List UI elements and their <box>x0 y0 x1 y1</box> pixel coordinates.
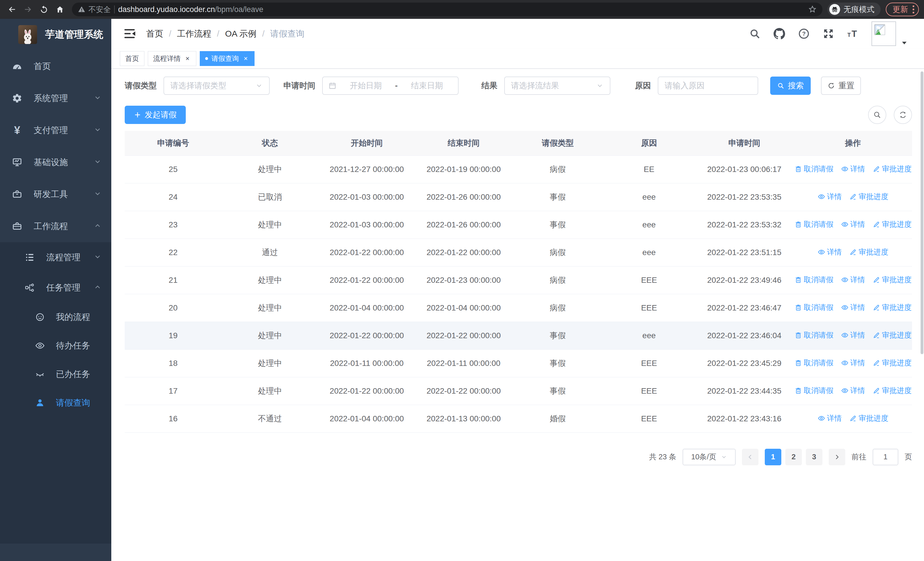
close-icon[interactable]: × <box>184 54 191 63</box>
browser-back-button[interactable] <box>5 3 19 16</box>
cell-actions: 取消请假 详情 审批进度 <box>794 155 912 183</box>
sidebar-item-system[interactable]: 系统管理 <box>0 82 111 114</box>
create-leave-button[interactable]: 发起请假 <box>125 106 186 124</box>
sidebar-item-done-tasks[interactable]: 已办任务 <box>0 360 111 388</box>
apply-time-range-picker[interactable]: 开始日期 - 结束日期 <box>322 77 459 95</box>
approval-progress-link[interactable]: 审批进度 <box>873 358 912 368</box>
cancel-leave-link[interactable]: 取消请假 <box>795 386 834 396</box>
cancel-leave-link[interactable]: 取消请假 <box>795 164 834 174</box>
result-select[interactable]: 请选择流结果 <box>504 77 610 95</box>
cancel-leave-link[interactable]: 取消请假 <box>795 302 834 313</box>
approval-progress-link[interactable]: 审批进度 <box>873 386 912 396</box>
browser-menu-icon[interactable] <box>913 5 914 14</box>
cancel-leave-link[interactable]: 取消请假 <box>795 358 834 368</box>
approval-progress-link[interactable]: 审批进度 <box>849 247 888 257</box>
prev-page-button[interactable] <box>742 449 759 465</box>
sidebar-item-label: 待办任务 <box>56 340 90 352</box>
detail-link[interactable]: 详情 <box>841 302 865 313</box>
detail-link[interactable]: 详情 <box>818 192 842 202</box>
browser-update-button[interactable]: 更新 <box>886 3 919 16</box>
search-icon[interactable] <box>749 28 761 40</box>
cell-actions: 取消请假 详情 审批进度 <box>794 211 912 239</box>
address-bar[interactable]: 不安全 dashboard.yudao.iocoder.cn/bpm/oa/le… <box>72 3 822 16</box>
tag-process-detail[interactable]: 流程详情 × <box>148 51 196 66</box>
tag-home[interactable]: 首页 <box>120 51 144 66</box>
user-avatar[interactable] <box>872 21 908 46</box>
sidebar-item-payment[interactable]: ¥ 支付管理 <box>0 114 111 146</box>
incognito-badge: 无痕模式 <box>828 3 880 16</box>
sidebar-item-process-management[interactable]: 流程管理 <box>0 242 111 272</box>
detail-link[interactable]: 详情 <box>841 358 865 368</box>
approval-progress-link[interactable]: 审批进度 <box>849 413 888 423</box>
cancel-leave-link[interactable]: 取消请假 <box>795 275 834 285</box>
security-chip[interactable]: 不安全 <box>78 5 111 15</box>
browser-home-button[interactable] <box>53 3 67 16</box>
page-button-1[interactable]: 1 <box>765 449 782 465</box>
help-icon[interactable]: ? <box>798 28 810 40</box>
scrollbar[interactable] <box>921 71 923 354</box>
sidebar-item-my-processes[interactable]: 我的流程 <box>0 303 111 331</box>
sidebar-item-leave-query[interactable]: 请假查询 <box>0 388 111 417</box>
cell-id: 16 <box>125 405 222 432</box>
browser-forward-button[interactable] <box>21 3 35 16</box>
approval-progress-link[interactable]: 审批进度 <box>873 164 912 174</box>
cell-status: 处理中 <box>222 294 318 322</box>
page-size-select[interactable]: 10条/页 <box>682 449 736 465</box>
detail-link[interactable]: 详情 <box>818 247 842 257</box>
cancel-leave-link[interactable]: 取消请假 <box>795 220 834 229</box>
breadcrumb-item[interactable]: 首页 <box>146 28 163 40</box>
next-page-button[interactable] <box>829 449 845 465</box>
detail-link[interactable]: 详情 <box>841 220 865 229</box>
detail-link[interactable]: 详情 <box>841 275 865 285</box>
reset-button[interactable]: 重置 <box>821 77 861 95</box>
approval-progress-link[interactable]: 审批进度 <box>873 330 912 340</box>
breadcrumb-item[interactable]: 工作流程 <box>177 28 211 40</box>
home-icon <box>56 5 64 14</box>
sidebar-item-task-management[interactable]: 任务管理 <box>0 272 111 303</box>
cell-id: 25 <box>125 155 222 183</box>
pagination: 共 23 条 10条/页 123 前往 页 <box>125 449 912 465</box>
detail-link[interactable]: 详情 <box>818 413 842 423</box>
page-button-3[interactable]: 3 <box>806 449 822 465</box>
reason-input[interactable]: 请输入原因 <box>658 77 758 95</box>
cancel-leave-link[interactable]: 取消请假 <box>795 330 834 340</box>
breadcrumb-item[interactable]: OA 示例 <box>225 28 256 40</box>
fullscreen-icon[interactable] <box>822 28 834 40</box>
toggle-search-button[interactable] <box>868 106 886 124</box>
sidebar-logo[interactable]: 芋道管理系统 <box>0 19 111 50</box>
search-button[interactable]: 搜索 <box>770 77 811 95</box>
browser-reload-button[interactable] <box>37 3 51 16</box>
detail-link[interactable]: 详情 <box>841 386 865 396</box>
cell-end-time: 2022-01-26 00:00:00 <box>415 183 512 211</box>
sidebar-item-workflow[interactable]: 工作流程 <box>0 210 111 242</box>
github-icon[interactable] <box>773 28 785 40</box>
briefcase-icon <box>11 188 23 200</box>
pen-icon <box>873 387 880 394</box>
cell-start-time: 2022-01-22 00:00:00 <box>318 322 415 349</box>
approval-progress-link[interactable]: 审批进度 <box>873 220 912 229</box>
font-size-icon[interactable]: TT <box>847 28 859 40</box>
close-icon[interactable]: × <box>242 54 249 63</box>
sidebar-collapse-button[interactable] <box>124 28 136 39</box>
column-header: 操作 <box>794 131 912 155</box>
approval-progress-link[interactable]: 审批进度 <box>873 302 912 313</box>
chevron-down-icon <box>94 126 102 135</box>
sidebar-item-todo-tasks[interactable]: 待办任务 <box>0 331 111 360</box>
leave-type-select[interactable]: 请选择请假类型 <box>164 77 270 95</box>
sidebar-item-infrastructure[interactable]: 基础设施 <box>0 146 111 178</box>
cell-apply-time: 2022-01-22 23:46:04 <box>694 322 794 349</box>
cell-reason: eee <box>603 239 694 266</box>
approval-progress-link[interactable]: 审批进度 <box>873 275 912 285</box>
approval-progress-link[interactable]: 审批进度 <box>849 192 888 202</box>
cell-leave-type: 病假 <box>512 155 603 183</box>
refresh-table-button[interactable] <box>894 106 912 124</box>
page-button-2[interactable]: 2 <box>785 449 802 465</box>
tag-leave-query[interactable]: 请假查询 × <box>200 51 255 66</box>
refresh-icon <box>828 82 835 89</box>
sidebar-item-dev-tools[interactable]: 研发工具 <box>0 178 111 210</box>
goto-page-input[interactable] <box>873 449 898 465</box>
detail-link[interactable]: 详情 <box>841 330 865 340</box>
detail-link[interactable]: 详情 <box>841 164 865 174</box>
sidebar-item-home[interactable]: 首页 <box>0 50 111 82</box>
bookmark-star-icon[interactable] <box>808 5 817 14</box>
